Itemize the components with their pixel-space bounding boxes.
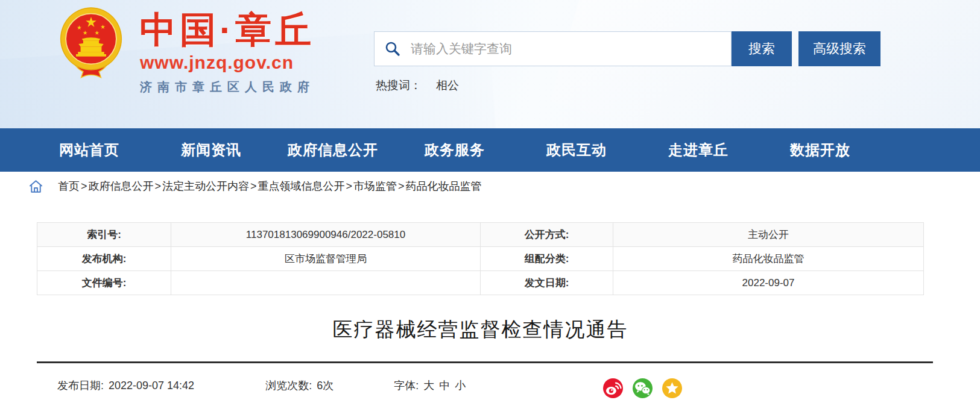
table-row: 文件编号: 发文日期: 2022-09-07	[37, 271, 924, 295]
search-box	[374, 31, 732, 66]
national-emblem-icon	[58, 6, 124, 95]
nav-item-home[interactable]: 网站首页	[28, 128, 150, 172]
main-navbar: 网站首页 新闻资讯 政府信息公开 政务服务 政民互动 走进章丘 数据开放	[0, 128, 980, 172]
nav-item-open-data[interactable]: 数据开放	[759, 128, 881, 172]
value-index-number: 113701813069900946/2022-05810	[171, 223, 481, 247]
logo-text: 中国·章丘 www.jnzq.gov.cn 济南市章丘区人民政府	[140, 6, 315, 95]
nav-list: 网站首页 新闻资讯 政府信息公开 政务服务 政民互动 走进章丘 数据开放	[28, 128, 881, 172]
font-size-medium-button[interactable]: 中	[439, 378, 450, 393]
share-buttons	[593, 378, 682, 398]
title-divider	[37, 361, 933, 363]
hot-search-keyword[interactable]: 相公	[436, 78, 459, 93]
breadcrumb-item[interactable]: 市场监管	[353, 180, 397, 192]
search-bar: 搜索 高级搜索	[374, 31, 880, 66]
views-label: 浏览次数:	[265, 378, 312, 393]
label-publisher: 发布机构:	[37, 247, 171, 271]
search-icon	[384, 40, 401, 57]
value-issue-date: 2022-09-07	[613, 271, 924, 295]
article-meta: 发布日期: 2022-09-07 14:42 浏览次数: 6次 字体: 大 中 …	[37, 372, 933, 399]
breadcrumb-item[interactable]: 法定主动公开内容	[162, 180, 249, 192]
publish-date-label: 发布日期:	[57, 378, 104, 393]
value-category: 药品化妆品监管	[613, 247, 924, 271]
doc-info-table: 索引号: 113701813069900946/2022-05810 公开方式:…	[37, 222, 924, 295]
breadcrumb-item[interactable]: 首页	[58, 180, 80, 192]
breadcrumb-separator: >	[398, 180, 405, 192]
label-index-number: 索引号:	[37, 223, 171, 247]
label-public-method: 公开方式:	[481, 223, 613, 247]
site-subtitle: 济南市章丘区人民政府	[140, 79, 315, 95]
home-icon[interactable]	[28, 178, 44, 195]
nav-item-about[interactable]: 走进章丘	[637, 128, 759, 172]
font-size-label: 字体:	[394, 378, 419, 393]
page-title: 医疗器械经营监督检查情况通告	[37, 317, 924, 342]
breadcrumb-separator: >	[250, 180, 257, 192]
share-wechat-button[interactable]	[633, 378, 653, 398]
breadcrumb-item[interactable]: 药品化妆品监管	[406, 180, 482, 192]
article-container: 索引号: 113701813069900946/2022-05810 公开方式:…	[37, 222, 933, 399]
weibo-icon	[603, 378, 623, 398]
font-size-large-button[interactable]: 大	[423, 378, 434, 393]
search-button[interactable]: 搜索	[732, 31, 792, 66]
value-public-method: 主动公开	[613, 223, 924, 247]
label-category: 组配分类:	[481, 247, 613, 271]
nav-item-interaction[interactable]: 政民互动	[516, 128, 637, 172]
advanced-search-button[interactable]: 高级搜索	[798, 31, 880, 66]
search-input[interactable]	[409, 41, 723, 57]
label-doc-number: 文件编号:	[37, 271, 171, 295]
wechat-icon	[633, 378, 653, 398]
breadcrumb-separator: >	[346, 180, 353, 192]
site-url: www.jnzq.gov.cn	[140, 52, 315, 73]
breadcrumb: 首页>政府信息公开>法定主动公开内容>重点领域信息公开>市场监管>药品化妆品监管	[0, 177, 980, 196]
value-publisher: 区市场监督管理局	[171, 247, 481, 271]
table-row: 索引号: 113701813069900946/2022-05810 公开方式:…	[37, 223, 924, 247]
font-size-small-button[interactable]: 小	[455, 378, 466, 393]
site-name: 中国·章丘	[140, 7, 315, 52]
breadcrumb-separator: >	[81, 180, 87, 192]
breadcrumb-item[interactable]: 重点领域信息公开	[258, 180, 345, 192]
breadcrumb-separator: >	[155, 180, 162, 192]
site-header: 中国·章丘 www.jnzq.gov.cn 济南市章丘区人民政府 搜索 高级搜索…	[0, 0, 980, 128]
share-favorite-button[interactable]	[662, 378, 682, 398]
share-weibo-button[interactable]	[603, 378, 623, 398]
hot-search-label: 热搜词：	[376, 78, 422, 93]
breadcrumb-item[interactable]: 政府信息公开	[89, 180, 154, 192]
nav-item-services[interactable]: 政务服务	[394, 128, 516, 172]
hot-search: 热搜词： 相公	[376, 78, 459, 93]
label-issue-date: 发文日期:	[481, 271, 613, 295]
site-logo[interactable]: 中国·章丘 www.jnzq.gov.cn 济南市章丘区人民政府	[58, 6, 315, 95]
breadcrumb-trail: 首页>政府信息公开>法定主动公开内容>重点领域信息公开>市场监管>药品化妆品监管	[58, 179, 482, 193]
publish-date-value: 2022-09-07 14:42	[109, 380, 194, 392]
nav-item-gov-info[interactable]: 政府信息公开	[272, 128, 394, 172]
nav-item-news[interactable]: 新闻资讯	[150, 128, 272, 172]
star-icon	[662, 378, 682, 398]
value-doc-number	[171, 271, 481, 295]
views-value: 6次	[317, 378, 334, 393]
table-row: 发布机构: 区市场监督管理局 组配分类: 药品化妆品监管	[37, 247, 924, 271]
